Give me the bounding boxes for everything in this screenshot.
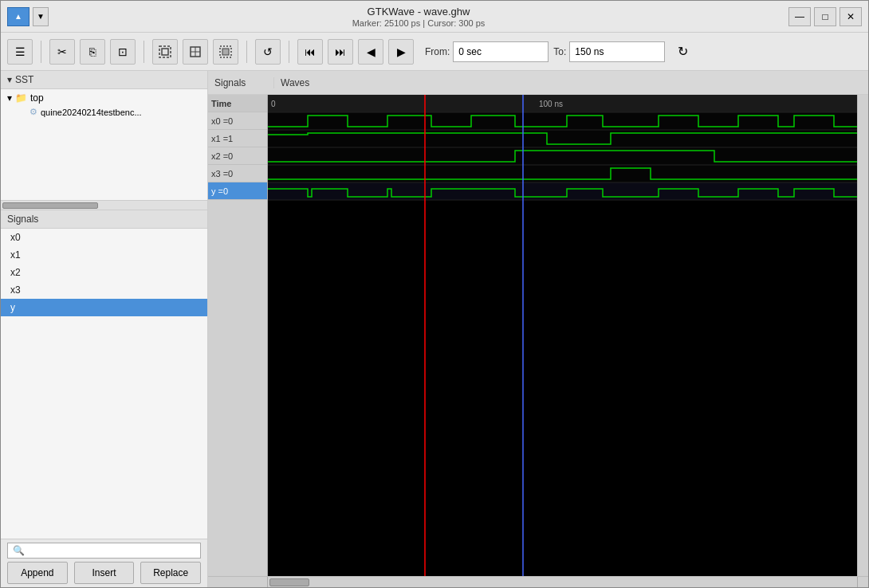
select-rect-button[interactable] <box>183 39 208 65</box>
from-label: From: <box>425 46 450 57</box>
prev-button[interactable]: ◀ <box>358 39 383 65</box>
separator-1 <box>41 41 41 63</box>
copy-button[interactable]: ⎘ <box>80 39 105 65</box>
folder-icon: 📁 <box>15 92 27 104</box>
select-rect-icon <box>188 45 203 59</box>
sst-item-top[interactable]: ▾ 📁 top <box>1 91 207 105</box>
time-header-row: Time <box>208 95 267 112</box>
h-scrollbar-row <box>208 576 868 587</box>
signals-panel: Signals x0 x1 x2 x3 y 🔍 Append Insert <box>1 210 207 587</box>
sst-item-component[interactable]: ⚙ quine20240214testbenc... <box>1 105 207 119</box>
sst-scrollbar-thumb[interactable] <box>2 202 98 209</box>
signal-name-y: y =0 <box>208 182 267 200</box>
titlebar: ▲ ▼ GTKWave - wave.ghw Marker: 25100 ps … <box>1 1 868 33</box>
window-controls: — □ ✕ <box>788 7 862 26</box>
svg-text:100 ns: 100 ns <box>539 100 563 108</box>
component-icon: ⚙ <box>29 107 37 117</box>
maximize-button[interactable]: □ <box>814 7 836 26</box>
main-content: ▾ SST ▾ 📁 top ⚙ quine20240214testbenc... <box>1 71 868 587</box>
dropdown-arrow-icon: ▼ <box>37 12 45 21</box>
search-input[interactable] <box>28 545 195 556</box>
svg-rect-6 <box>222 49 229 55</box>
separator-3 <box>246 41 247 63</box>
sst-item-label-component: quine20240214testbenc... <box>41 108 142 117</box>
bottom-buttons: Append Insert Replace <box>7 562 201 584</box>
first-button[interactable]: ⏮ <box>297 39 323 65</box>
dropdown-button[interactable]: ▼ <box>33 7 49 26</box>
undo-button[interactable]: ↺ <box>255 39 281 65</box>
waves-col-header: Waves <box>274 77 862 88</box>
waves-header: Signals Waves <box>208 71 868 95</box>
signal-item-x0[interactable]: x0 <box>1 229 207 246</box>
sst-tree[interactable]: ▾ 📁 top ⚙ quine20240214testbenc... <box>1 89 207 200</box>
waveform-svg: 0 100 ns <box>268 95 857 576</box>
signal-name-x3: x3 =0 <box>208 165 267 182</box>
sst-chevron-icon: ▾ <box>7 74 12 85</box>
to-input[interactable] <box>569 41 665 62</box>
waveform-area[interactable]: 0 100 ns <box>268 95 857 576</box>
insert-button[interactable]: Insert <box>74 562 135 584</box>
right-side: Signals Waves Time x0 =0 x1 =1 x2 =0 x3 … <box>208 71 868 587</box>
signal-names-col: Time x0 =0 x1 =1 x2 =0 x3 =0 y =0 <box>208 95 268 576</box>
toolbar: ☰ ✂ ⎘ ⊡ ↺ ⏮ ⏭ ◀ <box>1 33 868 71</box>
marker-info: Marker: 25100 ps | Cursor: 300 ps <box>49 18 788 28</box>
from-group: From: <box>425 41 549 62</box>
signal-item-x3[interactable]: x3 <box>1 281 207 299</box>
select-all-button[interactable] <box>152 39 178 65</box>
app-title: GTKWave - wave.ghw <box>49 6 788 18</box>
from-input[interactable] <box>453 41 549 62</box>
paste-button[interactable]: ⊡ <box>110 39 136 65</box>
svg-rect-0 <box>159 46 171 57</box>
separator-2 <box>144 41 144 63</box>
zoom-fit-icon <box>218 45 233 59</box>
h-scrollbar-right <box>857 577 868 587</box>
v-scrollbar[interactable] <box>857 95 868 576</box>
signals-list[interactable]: x0 x1 x2 x3 y <box>1 229 207 539</box>
close-button[interactable]: ✕ <box>840 7 862 26</box>
sst-title: SST <box>15 74 33 85</box>
append-button[interactable]: Append <box>7 562 68 584</box>
signal-name-x2: x2 =0 <box>208 147 267 165</box>
zoom-fit-button[interactable] <box>213 39 238 65</box>
signal-item-y[interactable]: y <box>1 299 207 316</box>
cut-button[interactable]: ✂ <box>49 39 75 65</box>
search-icon: 🔍 <box>13 545 25 556</box>
signals-header: Signals <box>1 210 207 229</box>
separator-4 <box>289 41 289 63</box>
signals-bottom: 🔍 Append Insert Replace <box>1 539 207 587</box>
h-scrollbar-thumb[interactable] <box>269 578 309 586</box>
sst-expand-icon: ▾ <box>7 92 12 104</box>
h-scrollbar-track[interactable] <box>268 577 857 587</box>
left-panel: ▾ SST ▾ 📁 top ⚙ quine20240214testbenc... <box>1 71 208 587</box>
up-button[interactable]: ▲ <box>7 7 29 26</box>
sst-header: ▾ SST <box>1 71 207 89</box>
hamburger-button[interactable]: ☰ <box>7 39 33 65</box>
title-area: GTKWave - wave.ghw Marker: 25100 ps | Cu… <box>49 6 788 28</box>
search-box[interactable]: 🔍 <box>7 543 201 559</box>
sst-scrollbar[interactable] <box>1 200 207 210</box>
to-group: To: <box>553 41 665 62</box>
h-scrollbar-left-spacer <box>208 577 268 587</box>
last-button[interactable]: ⏭ <box>328 39 353 65</box>
svg-rect-1 <box>162 49 168 55</box>
waves-content: Time x0 =0 x1 =1 x2 =0 x3 =0 y =0 0 100 … <box>208 95 868 576</box>
sst-panel: ▾ SST ▾ 📁 top ⚙ quine20240214testbenc... <box>1 71 207 210</box>
signal-item-x1[interactable]: x1 <box>1 246 207 264</box>
svg-text:0: 0 <box>271 100 276 108</box>
select-all-icon <box>158 45 172 59</box>
refresh-button[interactable]: ↻ <box>670 39 695 65</box>
signals-col-header: Signals <box>214 77 274 88</box>
main-window: ▲ ▼ GTKWave - wave.ghw Marker: 25100 ps … <box>0 0 869 588</box>
next-button[interactable]: ▶ <box>388 39 414 65</box>
sst-item-label-top: top <box>30 92 44 104</box>
up-arrow-icon: ▲ <box>14 12 22 21</box>
to-label: To: <box>553 46 566 57</box>
signal-name-x1: x1 =1 <box>208 130 267 147</box>
replace-button[interactable]: Replace <box>140 562 201 584</box>
signal-name-x0: x0 =0 <box>208 112 267 130</box>
signal-item-x2[interactable]: x2 <box>1 264 207 281</box>
minimize-button[interactable]: — <box>788 7 811 26</box>
